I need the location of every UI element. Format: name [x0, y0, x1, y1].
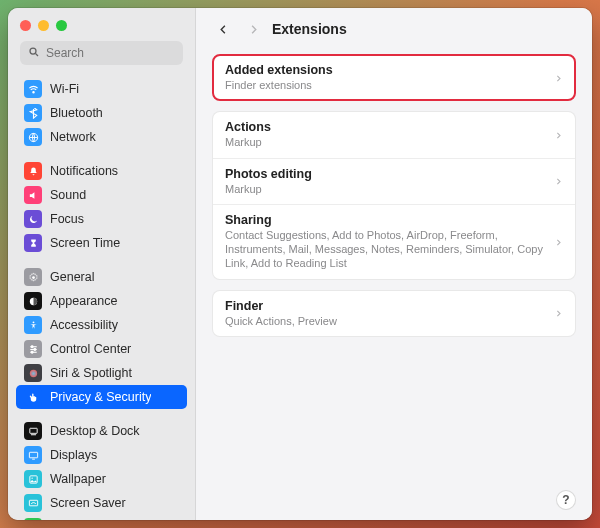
- dock-icon: [24, 422, 42, 440]
- sidebar-item-label: Wi-Fi: [50, 82, 79, 96]
- svg-point-12: [31, 351, 33, 353]
- settings-row-sharing[interactable]: SharingContact Suggestions, Add to Photo…: [213, 204, 575, 279]
- siri-icon: [24, 364, 42, 382]
- moon-icon: [24, 210, 42, 228]
- sidebar-item-screen-time[interactable]: Screen Time: [16, 231, 187, 255]
- sidebar-item-sound[interactable]: Sound: [16, 183, 187, 207]
- svg-point-11: [33, 348, 35, 350]
- sidebar-item-label: Displays: [50, 448, 97, 462]
- sidebar-item-notifications[interactable]: Notifications: [16, 159, 187, 183]
- sidebar-item-accessibility[interactable]: Accessibility: [16, 313, 187, 337]
- sidebar-item-label: Focus: [50, 212, 84, 226]
- wifi-icon: [24, 80, 42, 98]
- svg-point-10: [31, 345, 33, 347]
- row-title: Photos editing: [225, 167, 546, 181]
- sidebar-item-label: Screen Saver: [50, 496, 126, 510]
- sidebar-item-siri-spotlight[interactable]: Siri & Spotlight: [16, 361, 187, 385]
- svg-rect-15: [30, 434, 36, 435]
- bell-icon: [24, 162, 42, 180]
- page-title: Extensions: [272, 21, 347, 37]
- sidebar-item-label: Sound: [50, 188, 86, 202]
- sidebar-item-label: Bluetooth: [50, 106, 103, 120]
- settings-row-photos-editing[interactable]: Photos editingMarkup: [213, 158, 575, 204]
- sidebar-item-label: Siri & Spotlight: [50, 366, 132, 380]
- close-window-button[interactable]: [20, 20, 31, 31]
- sidebar-item-displays[interactable]: Displays: [16, 443, 187, 467]
- svg-line-1: [36, 54, 39, 57]
- sidebar-item-energy-saver[interactable]: Energy Saver: [16, 515, 187, 520]
- settings-group: ActionsMarkupPhotos editingMarkupSharing…: [212, 111, 576, 279]
- back-button[interactable]: [212, 18, 234, 40]
- svg-rect-16: [29, 452, 37, 458]
- gear-icon: [24, 268, 42, 286]
- sidebar-item-appearance[interactable]: Appearance: [16, 289, 187, 313]
- zoom-window-button[interactable]: [56, 20, 67, 31]
- chevron-right-icon: [554, 126, 563, 144]
- chevron-right-icon: [554, 69, 563, 87]
- sidebar-item-label: Privacy & Security: [50, 390, 151, 404]
- battery-icon: [24, 518, 42, 520]
- sidebar-item-wi-fi[interactable]: Wi-Fi: [16, 77, 187, 101]
- sidebar-item-label: Network: [50, 130, 96, 144]
- row-subtitle: Quick Actions, Preview: [225, 314, 554, 328]
- sidebar-nav: Wi-FiBluetoothNetworkNotificationsSoundF…: [8, 73, 195, 520]
- svg-point-19: [31, 477, 32, 478]
- speaker-icon: [24, 186, 42, 204]
- chevron-right-icon: [554, 172, 563, 190]
- chevron-right-icon: [554, 233, 563, 251]
- search-field[interactable]: [20, 41, 183, 65]
- window-controls: [8, 8, 195, 41]
- sidebar-item-label: Notifications: [50, 164, 118, 178]
- row-title: Actions: [225, 120, 546, 134]
- row-subtitle: Markup: [225, 135, 546, 149]
- row-subtitle: Finder extensions: [225, 78, 554, 92]
- sidebar-item-label: Accessibility: [50, 318, 118, 332]
- row-title: Added extensions: [225, 63, 554, 77]
- forward-button[interactable]: [242, 18, 264, 40]
- row-subtitle: Contact Suggestions, Add to Photos, AirD…: [225, 228, 546, 271]
- sidebar-item-wallpaper[interactable]: Wallpaper: [16, 467, 187, 491]
- chevron-right-icon: [554, 304, 563, 322]
- row-title: Finder: [225, 299, 554, 313]
- screensaver-icon: [24, 494, 42, 512]
- sidebar-item-label: Screen Time: [50, 236, 120, 250]
- accessibility-icon: [24, 316, 42, 334]
- row-subtitle: Markup: [225, 182, 546, 196]
- svg-point-4: [32, 276, 35, 279]
- search-icon: [28, 44, 40, 62]
- settings-row-added-extensions[interactable]: Added extensionsFinder extensions: [212, 54, 576, 101]
- sidebar-item-privacy-security[interactable]: Privacy & Security: [16, 385, 187, 409]
- minimize-window-button[interactable]: [38, 20, 49, 31]
- search-input[interactable]: [46, 46, 175, 60]
- sidebar-item-label: Control Center: [50, 342, 131, 356]
- sidebar-item-screen-saver[interactable]: Screen Saver: [16, 491, 187, 515]
- hand-icon: [24, 388, 42, 406]
- sidebar-item-general[interactable]: General: [16, 265, 187, 289]
- globe-icon: [24, 128, 42, 146]
- sidebar-item-label: Appearance: [50, 294, 117, 308]
- help-button[interactable]: ?: [556, 490, 576, 510]
- svg-point-13: [29, 369, 36, 376]
- toolbar: Extensions: [196, 8, 592, 48]
- main-panel: Extensions Added extensionsFinder extens…: [196, 8, 592, 520]
- settings-row-finder[interactable]: FinderQuick Actions, Preview: [212, 290, 576, 337]
- sidebar-item-label: Desktop & Dock: [50, 424, 140, 438]
- svg-point-2: [32, 91, 33, 92]
- hourglass-icon: [24, 234, 42, 252]
- sidebar-item-network[interactable]: Network: [16, 125, 187, 149]
- sidebar-item-desktop-dock[interactable]: Desktop & Dock: [16, 419, 187, 443]
- svg-point-6: [32, 321, 34, 323]
- svg-point-0: [30, 48, 36, 54]
- sidebar: Wi-FiBluetoothNetworkNotificationsSoundF…: [8, 8, 196, 520]
- sidebar-item-control-center[interactable]: Control Center: [16, 337, 187, 361]
- sidebar-item-bluetooth[interactable]: Bluetooth: [16, 101, 187, 125]
- content-area: Added extensionsFinder extensionsActions…: [196, 48, 592, 520]
- sidebar-item-focus[interactable]: Focus: [16, 207, 187, 231]
- sidebar-item-label: General: [50, 270, 94, 284]
- row-title: Sharing: [225, 213, 546, 227]
- bluetooth-icon: [24, 104, 42, 122]
- svg-rect-14: [29, 428, 36, 433]
- settings-row-actions[interactable]: ActionsMarkup: [213, 112, 575, 157]
- appearance-icon: [24, 292, 42, 310]
- settings-window: Wi-FiBluetoothNetworkNotificationsSoundF…: [8, 8, 592, 520]
